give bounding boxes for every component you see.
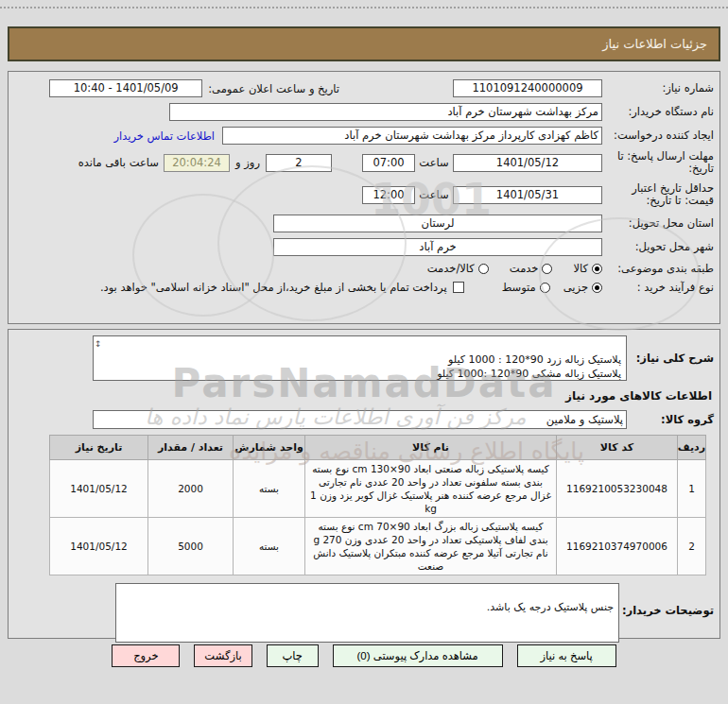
row-need-description: شرح کلی نیاز: پلاستیک زباله زرد 90*120 :… [14, 335, 714, 381]
cell-goods-unit: بسته [234, 460, 305, 518]
cell-row-index: 1 [678, 460, 706, 518]
need-description-textarea[interactable]: پلاستیک زباله زرد 90*120 : 1000 کیلو پلا… [93, 335, 627, 381]
cell-goods-code: 1169210053230048 [557, 460, 678, 518]
days-remaining-label: روز و [230, 156, 266, 169]
goods-section-header: اطلاعات کالاهای مورد نیاز [14, 389, 712, 403]
days-remaining-field[interactable]: 2 [266, 154, 332, 172]
cell-need-date: 1401/05/12 [50, 518, 148, 575]
announce-datetime-label: تاریخ و ساعت اعلان عمومی: [208, 82, 339, 95]
goods-table: ردیف کد کالا نام کالا واحد شمارش تعداد /… [49, 435, 706, 575]
need-description-label: شرح کلی نیاز: [627, 352, 714, 365]
buyer-contact-link[interactable]: اطلاعات تماس خریدار [113, 129, 215, 143]
radio-goods-service-icon[interactable] [478, 264, 489, 274]
col-header-row: ردیف [678, 436, 706, 460]
cell-goods-name: کیسه پلاستیکی زباله صنعتی ابعاد 90×130 c… [305, 460, 557, 518]
col-header-name: نام کالا [305, 436, 557, 460]
row-delivery-city: شهر محل تحویل: خرم آباد [14, 238, 714, 256]
cell-goods-qty: 2000 [148, 460, 234, 518]
row-buyer-notes: توضیحات خریدار: جنس پلاستیک درجه یک باشد… [14, 583, 714, 643]
goods-info-panel: شرح کلی نیاز: پلاستیک زباله زرد 90*120 :… [8, 329, 720, 639]
radio-medium-icon[interactable] [540, 283, 550, 293]
col-header-code: کد کالا [557, 436, 678, 460]
goods-group-field[interactable]: پلاستیک و ملامین [93, 410, 627, 429]
request-creator-label: ایجاد کننده درخواست: [602, 129, 714, 142]
row-delivery-province: استان محل تحویل: لرستان [14, 215, 714, 232]
countdown-timer: 20:04:24 [164, 154, 230, 172]
delivery-city-field[interactable]: خرم آباد [273, 238, 602, 256]
view-attached-docs-button[interactable]: مشاهده مدارک پیوستی (0) [333, 644, 503, 667]
announce-datetime-field[interactable]: 1401/05/09 - 10:40 [49, 79, 202, 97]
buyer-notes-label: توضیحات خریدار: [619, 604, 714, 617]
reply-deadline-hour-field[interactable]: 07:00 [362, 154, 415, 172]
price-validity-hour-label: ساعت [415, 188, 453, 201]
row-subject-classification: طبقه بندی موضوعی: کالا خدمت کالا/خدمت [14, 262, 714, 275]
row-request-creator: ایجاد کننده درخواست: کاظم کهزادی کارپردا… [14, 127, 714, 145]
radio-minor-label: جزیی [563, 281, 588, 294]
buyer-notes-textarea[interactable]: جنس پلاستیک درجه یک باشد. [115, 583, 619, 643]
radio-service-label: خدمت [510, 262, 539, 275]
cell-goods-qty: 5000 [148, 518, 234, 575]
row-buyer-org: نام دستگاه خریدار: مرکز بهداشت شهرستان خ… [14, 103, 714, 121]
buyer-org-label: نام دستگاه خریدار: [602, 106, 714, 118]
print-button[interactable]: چاپ [267, 644, 319, 667]
table-row: 1 1169210053230048 کیسه پلاستیکی زباله ص… [50, 460, 706, 518]
radio-option-minor[interactable]: جزیی [563, 281, 602, 294]
need-details-page: جزئیات اطلاعات نیاز شماره نیاز: 11010912… [0, 0, 728, 704]
countdown-label: ساعت باقی مانده [78, 156, 159, 169]
cell-goods-name: کیسه پلاستیکی زباله بزرگ ابعاد 90×70 cm … [305, 518, 557, 575]
top-dotted-divider [0, 7, 728, 9]
delivery-city-label: شهر محل تحویل: [602, 241, 714, 253]
delivery-province-label: استان محل تحویل: [602, 217, 714, 230]
row-price-validity: حداقل تاریخ اعتبار قیمت: تا تاریخ: 1401/… [14, 182, 714, 207]
row-goods-group: گروه کالا: پلاستیک و ملامین [14, 410, 714, 429]
cell-row-index: 2 [678, 518, 706, 575]
back-button[interactable]: بازگشت [194, 644, 251, 667]
request-creator-field[interactable]: کاظم کهزادی کارپرداز مرکز بهداشت شهرستان… [222, 127, 602, 145]
col-header-date: تاریخ نیاز [50, 436, 148, 460]
delivery-province-field[interactable]: لرستان [273, 215, 602, 232]
col-header-qty: تعداد / مقدار [148, 436, 234, 460]
goods-table-header-row: ردیف کد کالا نام کالا واحد شمارش تعداد /… [50, 436, 706, 460]
radio-service-icon[interactable] [542, 264, 552, 274]
need-info-panel: شماره نیاز: 1101091240000009 تاریخ و ساع… [8, 71, 720, 324]
row-process-type: نوع فرآیند خرید : جزیی متوسط پرداخت تمام… [14, 281, 714, 294]
page-title: جزئیات اطلاعات نیاز [8, 26, 720, 61]
row-reply-deadline: مهلت ارسال پاسخ: تا تاریخ: 1401/05/12 سا… [14, 150, 714, 175]
radio-goods-service-label: کالا/خدمت [427, 262, 475, 275]
treasury-docs-checkbox[interactable] [453, 282, 464, 293]
radio-minor-icon[interactable] [592, 283, 602, 293]
price-validity-date-field[interactable]: 1401/05/31 [453, 186, 602, 204]
subject-classification-label: طبقه بندی موضوعی: [602, 263, 714, 275]
reply-to-need-button[interactable]: پاسخ به نیاز [517, 644, 616, 667]
row-need-number: شماره نیاز: 1101091240000009 تاریخ و ساع… [14, 79, 714, 97]
radio-goods-label: کالا [573, 262, 588, 275]
price-validity-hour-field[interactable]: 12:00 [362, 186, 415, 204]
treasury-docs-label: پرداخت تمام یا بخشی از مبلغ خرید،از محل … [100, 281, 447, 294]
process-type-label: نوع فرآیند خرید : [602, 282, 714, 294]
textarea-scroll-icon[interactable]: ↕ [95, 337, 102, 352]
reply-deadline-label: مهلت ارسال پاسخ: تا تاریخ: [602, 150, 714, 175]
price-validity-label: حداقل تاریخ اعتبار قیمت: تا تاریخ: [602, 182, 714, 207]
need-number-label: شماره نیاز: [602, 82, 714, 94]
reply-deadline-date-field[interactable]: 1401/05/12 [453, 154, 602, 172]
need-number-field[interactable]: 1101091240000009 [453, 79, 602, 97]
radio-option-goods[interactable]: کالا [573, 262, 602, 275]
cell-need-date: 1401/05/12 [50, 460, 148, 518]
table-row: 2 1169210374970006 کیسه پلاستیکی زباله ب… [50, 518, 706, 575]
reply-deadline-hour-label: ساعت [415, 156, 453, 169]
action-button-row: پاسخ به نیاز مشاهده مدارک پیوستی (0) چاپ… [0, 644, 728, 667]
goods-group-label: گروه کالا: [627, 413, 714, 426]
radio-option-medium[interactable]: متوسط [502, 281, 550, 294]
exit-button[interactable]: خروج [112, 644, 180, 667]
radio-option-service[interactable]: خدمت [510, 262, 553, 275]
cell-goods-unit: بسته [234, 518, 305, 575]
cell-goods-code: 1169210374970006 [557, 518, 678, 575]
radio-goods-icon[interactable] [592, 264, 602, 274]
buyer-org-field[interactable]: مرکز بهداشت شهرستان خرم آباد [169, 103, 602, 121]
radio-medium-label: متوسط [502, 281, 536, 294]
radio-option-goods-service[interactable]: کالا/خدمت [427, 262, 489, 275]
col-header-unit: واحد شمارش [234, 436, 305, 460]
